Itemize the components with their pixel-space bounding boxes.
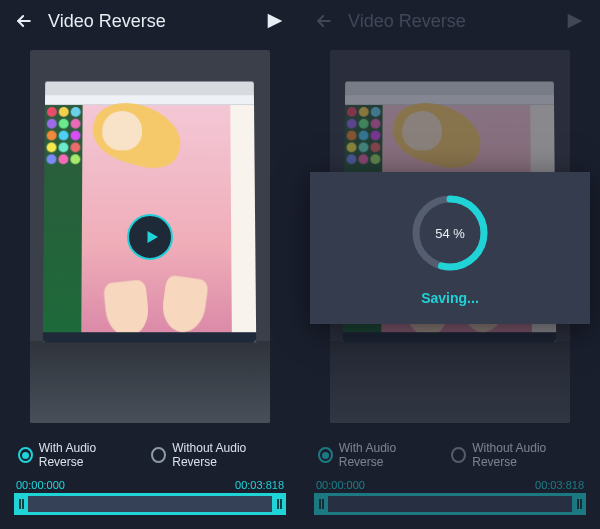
saving-dialog: 54 % Saving... (310, 172, 590, 324)
progress-ring: 54 % (409, 192, 491, 274)
radio-icon (18, 447, 33, 463)
radio-label: Without Audio Reverse (172, 441, 282, 469)
trim-bar[interactable] (14, 493, 286, 515)
time-labels: 00:00:000 00:03:818 (0, 475, 300, 493)
play-button[interactable] (127, 214, 173, 260)
radio-icon (151, 447, 166, 463)
audio-options: With Audio Reverse Without Audio Reverse (300, 431, 600, 475)
time-end: 00:03:818 (535, 479, 584, 491)
back-icon[interactable] (14, 11, 34, 31)
time-start: 00:00:000 (16, 479, 65, 491)
radio-label: Without Audio Reverse (472, 441, 582, 469)
app-header: Video Reverse (0, 0, 300, 42)
screen-saving: Video Reverse (300, 0, 600, 529)
video-preview-area (0, 42, 300, 431)
audio-options: With Audio Reverse Without Audio Reverse (0, 431, 300, 475)
video-frame[interactable] (30, 50, 270, 423)
trim-handle-left (314, 493, 328, 515)
radio-icon (318, 447, 333, 463)
time-end: 00:03:818 (235, 479, 284, 491)
app-header: Video Reverse (300, 0, 600, 42)
back-icon (314, 11, 334, 31)
trim-handle-right (572, 493, 586, 515)
radio-without-audio: Without Audio Reverse (451, 441, 582, 469)
saving-status: Saving... (421, 290, 479, 306)
page-title: Video Reverse (48, 11, 250, 32)
trim-track[interactable] (28, 493, 272, 515)
radio-with-audio: With Audio Reverse (318, 441, 433, 469)
radio-icon (451, 447, 466, 463)
trim-handle-right[interactable] (272, 493, 286, 515)
time-labels: 00:00:000 00:03:818 (300, 475, 600, 493)
page-title: Video Reverse (348, 11, 550, 32)
radio-with-audio[interactable]: With Audio Reverse (18, 441, 133, 469)
screen-editor: Video Reverse (0, 0, 300, 529)
radio-without-audio[interactable]: Without Audio Reverse (151, 441, 282, 469)
confirm-icon[interactable] (264, 10, 286, 32)
progress-percent: 54 % (409, 192, 491, 274)
radio-label: With Audio Reverse (339, 441, 434, 469)
radio-label: With Audio Reverse (39, 441, 134, 469)
trim-handle-left[interactable] (14, 493, 28, 515)
trim-track (328, 493, 572, 515)
confirm-icon (564, 10, 586, 32)
trim-bar (314, 493, 586, 515)
time-start: 00:00:000 (316, 479, 365, 491)
